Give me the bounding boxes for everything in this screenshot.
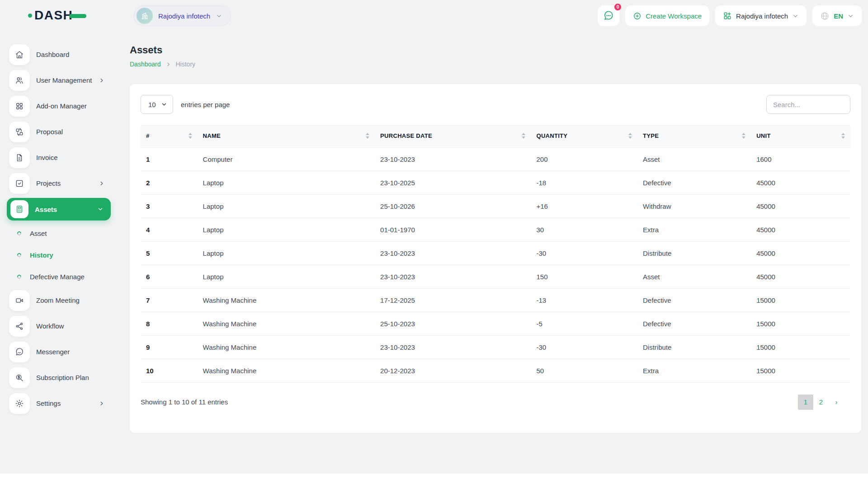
cell-quantity: -18: [531, 171, 637, 194]
history-table-card: 10 entries per page # NAME PURCHASE DATE…: [130, 84, 861, 433]
sidebar-item-assets[interactable]: Assets: [7, 198, 111, 221]
cell-purchase-date: 23-10-2023: [375, 265, 531, 288]
sidebar-item-proposal[interactable]: Proposal: [0, 119, 118, 145]
notification-badge: 0: [613, 3, 622, 11]
sort-icon: [522, 133, 525, 139]
plus-circle-icon: [633, 12, 642, 20]
table-row: 8 Washing Machine 25-10-2023 -5 Defectiv…: [141, 312, 850, 335]
create-workspace-button[interactable]: Create Workspace: [625, 5, 709, 26]
table-row: 6 Laptop 23-10-2023 150 Asset 45000: [141, 265, 850, 288]
sidebar-item-label: Dashboard: [36, 51, 69, 58]
cell-index: 9: [141, 335, 198, 359]
page-button-2[interactable]: 2: [813, 394, 829, 410]
breadcrumb-current: History: [176, 61, 196, 68]
brand-logo[interactable]: DASH: [28, 8, 86, 23]
sort-icon: [742, 133, 745, 139]
column-header-name[interactable]: NAME: [198, 125, 375, 147]
building-icon: [140, 11, 149, 20]
sidebar-item-invoice[interactable]: Invoice: [0, 145, 118, 170]
table-footer: Showing 1 to 10 of 11 entries 1 2 ›: [141, 394, 850, 410]
cell-unit: 45000: [751, 194, 850, 218]
table-controls: 10 entries per page: [141, 95, 850, 114]
sidebar-subitem-history[interactable]: History: [0, 244, 118, 266]
column-header-index[interactable]: #: [141, 125, 198, 147]
chevron-down-icon: [97, 206, 104, 212]
workspace-switcher-label: Rajodiya infotech: [158, 12, 210, 20]
search-input[interactable]: [766, 95, 850, 114]
cell-purchase-date: 23-10-2023: [375, 335, 531, 359]
sidebar-item-zoom-meeting[interactable]: Zoom Meeting: [0, 287, 118, 313]
bullet-icon: [16, 230, 22, 236]
sort-icon: [628, 133, 632, 139]
sidebar-item-label: Assets: [35, 206, 57, 213]
chevron-down-icon: [792, 13, 799, 19]
sidebar-item-messenger[interactable]: Messenger: [0, 339, 118, 365]
column-header-unit[interactable]: UNIT: [751, 125, 850, 147]
sidebar-item-projects[interactable]: Projects: [0, 170, 118, 196]
message-bubble-icon: [9, 342, 30, 362]
pagination: 1 2 ›: [798, 394, 844, 410]
chevron-down-icon: [216, 13, 222, 19]
cell-index: 10: [141, 359, 198, 382]
cell-quantity: -5: [531, 312, 637, 335]
sidebar-item-dashboard[interactable]: Dashboard: [0, 42, 118, 67]
entries-per-page-select[interactable]: 10: [141, 95, 173, 114]
sidebar-item-label: Messenger: [36, 348, 70, 356]
chevron-down-icon: [161, 101, 167, 108]
cell-name: Washing Machine: [198, 312, 375, 335]
language-selector[interactable]: EN: [812, 5, 862, 26]
invoice-file-icon: [9, 147, 30, 168]
breadcrumb-dashboard-link[interactable]: Dashboard: [130, 61, 161, 68]
sidebar-item-label: Subscription Plan: [36, 374, 89, 381]
cell-index: 4: [141, 218, 198, 241]
sidebar-item-label: Projects: [36, 179, 61, 187]
cell-unit: 1600: [751, 147, 850, 171]
next-page-button[interactable]: ›: [829, 394, 844, 410]
chat-bubble-icon: [603, 10, 614, 21]
sidebar-subitem-label: Defective Manage: [30, 273, 85, 281]
sidebar-item-user-management[interactable]: User Management: [0, 67, 118, 93]
sidebar-subitem-defective-manage[interactable]: Defective Manage: [0, 266, 118, 287]
column-header-type[interactable]: TYPE: [637, 125, 751, 147]
table-row: 2 Laptop 23-10-2025 -18 Defective 45000: [141, 171, 850, 194]
cell-quantity: 200: [531, 147, 637, 171]
sidebar-item-subscription-plan[interactable]: Subscription Plan: [0, 365, 118, 390]
cell-quantity: 150: [531, 265, 637, 288]
cell-type: Extra: [637, 218, 751, 241]
cell-type: Distribute: [637, 241, 751, 265]
cell-purchase-date: 25-10-2026: [375, 194, 531, 218]
cell-unit: 45000: [751, 241, 850, 265]
page-button-1[interactable]: 1: [798, 394, 813, 410]
cell-type: Asset: [637, 265, 751, 288]
table-row: 1 Computer 23-10-2023 200 Asset 1600: [141, 147, 850, 171]
cell-quantity: 50: [531, 359, 637, 382]
column-header-quantity[interactable]: QUANTITY: [531, 125, 637, 147]
chevron-right-icon: [99, 180, 105, 187]
breadcrumb: Dashboard History: [130, 61, 861, 68]
workspace-menu-button[interactable]: Rajodiya infotech: [715, 5, 807, 26]
entries-per-page-value: 10: [148, 101, 156, 108]
topbar: DASH Rajodiya infotech 0 Create Workspac…: [0, 0, 868, 33]
sidebar-item-settings[interactable]: Settings: [0, 390, 118, 416]
column-header-purchase-date[interactable]: PURCHASE DATE: [375, 125, 531, 147]
chevron-right-icon: [99, 400, 105, 407]
cell-index: 2: [141, 171, 198, 194]
sidebar-item-addon-manager[interactable]: Add-on Manager: [0, 93, 118, 119]
sidebar-subitem-asset[interactable]: Asset: [0, 222, 118, 244]
workspace-switcher[interactable]: Rajodiya infotech: [133, 5, 231, 26]
cell-name: Laptop: [198, 265, 375, 288]
sidebar-item-label: Proposal: [36, 128, 63, 136]
messages-button[interactable]: 0: [598, 5, 619, 26]
cell-index: 7: [141, 288, 198, 312]
table-row: 10 Washing Machine 20-12-2023 50 Extra 1…: [141, 359, 850, 382]
entries-summary: Showing 1 to 10 of 11 entries: [141, 398, 228, 406]
cell-quantity: -30: [531, 241, 637, 265]
swap-arrows-icon: [9, 122, 30, 142]
sidebar-item-workflow[interactable]: Workflow: [0, 313, 118, 339]
cell-quantity: -30: [531, 335, 637, 359]
bullet-icon: [16, 252, 22, 258]
cell-index: 5: [141, 241, 198, 265]
sidebar-item-label: Add-on Manager: [36, 102, 87, 110]
home-icon: [9, 44, 30, 65]
table-row: 3 Laptop 25-10-2026 +16 Withdraw 45000: [141, 194, 850, 218]
